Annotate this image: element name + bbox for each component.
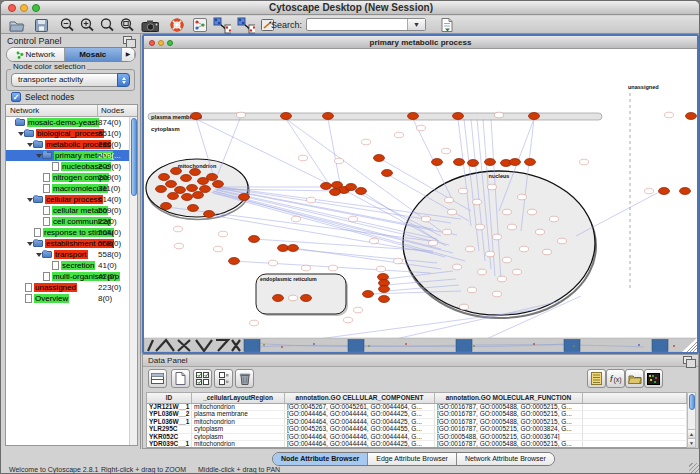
graph-node[interactable]: [171, 168, 182, 175]
table-column-header[interactable]: annotation.GO MOLECULAR_FUNCTION: [435, 393, 583, 403]
graph-node-unselected[interactable]: [354, 307, 363, 313]
tree-expand-icon[interactable]: [26, 198, 33, 202]
window-resize-grip[interactable]: [689, 463, 699, 473]
tree-row[interactable]: macromolecule311(0): [6, 183, 129, 194]
graph-node-unselected[interactable]: [508, 224, 517, 230]
graph-node-unselected[interactable]: [498, 276, 507, 282]
graph-node-unselected[interactable]: [528, 209, 537, 215]
graph-node-unselected[interactable]: [395, 132, 404, 138]
graph-node-unselected[interactable]: [362, 139, 371, 145]
tree-row[interactable]: primary metabol209(...: [6, 150, 129, 161]
graph-node[interactable]: [680, 188, 691, 195]
attribute-table[interactable]: ID_cellularLayoutRegionannotation.GO CEL…: [146, 392, 689, 448]
tree-row[interactable]: unassigned223(0): [6, 282, 129, 293]
graph-node[interactable]: [204, 211, 215, 218]
attribute-table-icon[interactable]: [148, 369, 167, 388]
zoom-in-icon[interactable]: [78, 16, 96, 34]
network-view-frame[interactable]: primary metabolic process plasma membran…: [142, 34, 699, 354]
graph-edge[interactable]: [210, 215, 433, 253]
graph-node-unselected[interactable]: [550, 216, 559, 222]
save-icon[interactable]: [32, 16, 50, 34]
graph-node[interactable]: [453, 113, 464, 120]
chevron-down-icon[interactable]: ▼: [407, 19, 425, 30]
function-builder-icon[interactable]: f(x): [606, 369, 625, 388]
graph-node[interactable]: [191, 113, 202, 120]
graph-node[interactable]: [161, 203, 172, 210]
graph-node-unselected[interactable]: [329, 265, 338, 271]
strip-preview-marker[interactable]: [348, 340, 364, 352]
graph-node[interactable]: [510, 159, 521, 166]
table-column-header[interactable]: annotation.GO CELLULAR_COMPONENT: [285, 393, 435, 403]
node-color-dropdown[interactable]: transporter activity: [11, 73, 130, 87]
graph-node-unselected[interactable]: [349, 216, 358, 222]
graph-node[interactable]: [273, 295, 284, 302]
zoom-selected-region-icon[interactable]: [118, 16, 136, 34]
apply-layout-icon[interactable]: [213, 16, 231, 34]
graph-node[interactable]: [525, 159, 536, 166]
new-attribute-icon[interactable]: [171, 369, 190, 388]
graph-node[interactable]: [379, 286, 390, 293]
graph-node[interactable]: [686, 113, 697, 120]
table-row[interactable]: YJR121W__1mitochondrion[GO:0045267, GO:0…: [147, 404, 688, 411]
window-titlebar[interactable]: Cytoscape Desktop (New Session): [1, 1, 700, 15]
graph-node-unselected[interactable]: [518, 194, 527, 200]
search-input[interactable]: ▼: [306, 18, 426, 31]
graph-node-unselected[interactable]: [335, 158, 344, 164]
tree-scrollbar[interactable]: [129, 117, 137, 445]
tree-expand-icon[interactable]: [35, 154, 42, 158]
scroll-up-icon[interactable]: ▲: [688, 429, 695, 438]
network-frame-titlebar[interactable]: primary metabolic process: [144, 36, 697, 49]
graph-node-unselected[interactable]: [429, 240, 438, 246]
graph-node-unselected[interactable]: [442, 148, 451, 154]
tree-row[interactable]: response to stimulu264(0): [6, 227, 129, 238]
tab-mosaic[interactable]: Mosaic: [65, 48, 123, 61]
tree-row[interactable]: secretion41(0): [6, 260, 129, 271]
attribute-matrix-icon[interactable]: [644, 369, 663, 388]
select-attributes-icon[interactable]: [193, 369, 212, 388]
graph-edge[interactable]: [215, 187, 433, 229]
graph-node-unselected[interactable]: [443, 229, 452, 235]
graph-node-unselected[interactable]: [394, 258, 403, 264]
graph-node-unselected[interactable]: [468, 287, 477, 293]
graph-node[interactable]: [182, 194, 193, 201]
graph-node[interactable]: [200, 186, 211, 193]
graph-node[interactable]: [229, 258, 240, 265]
graph-node-unselected[interactable]: [580, 159, 589, 165]
tree-scrollbar-thumb[interactable]: [131, 118, 137, 196]
graph-node-unselected[interactable]: [214, 246, 223, 252]
graph-node[interactable]: [156, 186, 167, 193]
tree-row[interactable]: metabolic process280(0): [6, 139, 129, 150]
combo-arrows-icon[interactable]: [117, 73, 130, 87]
graph-node-unselected[interactable]: [289, 295, 298, 301]
graph-node-unselected[interactable]: [448, 209, 457, 215]
graph-node-unselected[interactable]: [250, 320, 259, 326]
strip-preview-marker[interactable]: [564, 340, 580, 352]
graph-node-unselected[interactable]: [460, 304, 469, 310]
graph-node-unselected[interactable]: [488, 184, 497, 190]
graph-node[interactable]: [159, 174, 170, 181]
graph-node-unselected[interactable]: [503, 209, 512, 215]
graph-node-unselected[interactable]: [370, 238, 379, 244]
tab-node-attribute-browser[interactable]: Node Attribute Browser: [273, 453, 368, 465]
graph-node-unselected[interactable]: [302, 265, 311, 271]
graph-edge[interactable]: [576, 191, 661, 236]
graph-node[interactable]: [168, 193, 179, 200]
graph-node-unselected[interactable]: [344, 317, 353, 323]
graph-node-unselected[interactable]: [292, 216, 301, 222]
graph-node[interactable]: [468, 160, 479, 167]
graph-node[interactable]: [213, 181, 224, 188]
graph-node[interactable]: [382, 170, 393, 177]
graph-node-unselected[interactable]: [495, 112, 504, 118]
select-nodes-checkbox[interactable]: ✓: [11, 92, 21, 102]
attribute-table-header[interactable]: ID_cellularLayoutRegionannotation.GO CEL…: [147, 393, 688, 404]
graph-node-unselected[interactable]: [269, 260, 278, 266]
graph-node[interactable]: [281, 113, 292, 120]
graph-node[interactable]: [374, 155, 385, 162]
graph-node-unselected[interactable]: [459, 188, 468, 194]
tab-network[interactable]: Network: [7, 48, 65, 61]
graph-node[interactable]: [485, 159, 496, 166]
delete-attribute-icon[interactable]: [235, 369, 254, 388]
graph-node-unselected[interactable]: [520, 246, 529, 252]
scroll-down-icon[interactable]: ▼: [688, 438, 695, 447]
float-panel-icon[interactable]: [123, 36, 132, 44]
